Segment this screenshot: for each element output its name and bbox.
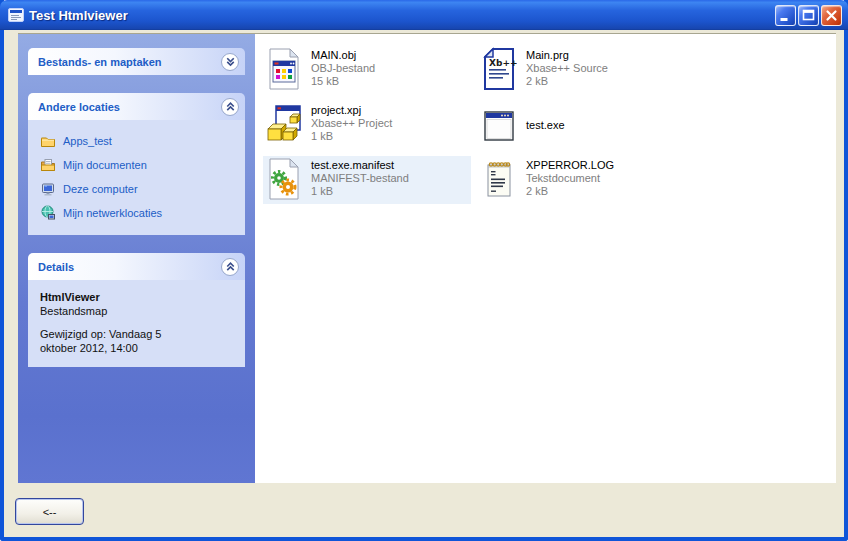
file-size: 2 kB [526, 75, 608, 88]
minimize-button[interactable] [775, 5, 796, 26]
window-title: Test Htmlviewer [29, 8, 775, 23]
main-area: Bestands- en maptaken Andere locaties [18, 33, 836, 483]
folder-icon [40, 133, 56, 149]
file-name: XPPERROR.LOG [526, 159, 614, 172]
file-info: test.exe [526, 119, 565, 132]
svg-text:Xb++: Xb++ [489, 58, 517, 68]
manifest-file-icon [266, 157, 302, 201]
file-type: MANIFEST-bestand [311, 172, 409, 185]
expand-panel-button[interactable] [221, 53, 239, 71]
file-type: Xbase++ Source [526, 62, 608, 75]
file-info: Main.prg Xbase++ Source 2 kB [526, 47, 608, 88]
panel-title: Bestands- en maptaken [38, 56, 161, 68]
file-list: MAIN.obj OBJ-bestand 15 kB Xb++ [255, 34, 836, 483]
xbase-source-file-icon: Xb++ [481, 47, 517, 91]
sidebar-item-my-computer[interactable]: Deze computer [40, 177, 239, 201]
chevron-double-up-icon [224, 100, 237, 113]
window-form-icon [8, 7, 24, 23]
sidebar-item-label: Mijn netwerklocaties [63, 207, 162, 219]
obj-file-icon [266, 47, 302, 91]
file-info: test.exe.manifest MANIFEST-bestand 1 kB [311, 157, 409, 198]
panel-header-details[interactable]: Details [28, 253, 245, 280]
panel-title: Details [38, 261, 74, 273]
file-size: 15 kB [311, 75, 375, 88]
file-info: MAIN.obj OBJ-bestand 15 kB [311, 47, 375, 88]
sidebar-item-label: Deze computer [63, 183, 138, 195]
text-log-file-icon [481, 157, 517, 201]
details-folder-type: Bestandsmap [40, 304, 237, 318]
file-tile-xpperror-log[interactable]: XPPERROR.LOG Tekstdocument 2 kB [478, 156, 686, 204]
sidebar-item-my-documents[interactable]: Mijn documenten [40, 153, 239, 177]
file-type: Tekstdocument [526, 172, 614, 185]
close-button[interactable] [821, 5, 842, 26]
file-tile-test-exe-manifest[interactable]: test.exe.manifest MANIFEST-bestand 1 kB [263, 156, 471, 204]
my-computer-icon [40, 181, 56, 197]
my-documents-icon [40, 157, 56, 173]
file-size: 1 kB [311, 185, 409, 198]
other-places-list: Apps_test Mijn documenten [28, 120, 245, 235]
chevron-double-up-icon [224, 260, 237, 273]
file-tile-test-exe[interactable]: test.exe [478, 101, 686, 149]
sidebar-item-label: Mijn documenten [63, 159, 147, 171]
file-name: test.exe [526, 119, 565, 132]
file-name: test.exe.manifest [311, 159, 409, 172]
task-pane: Bestands- en maptaken Andere locaties [18, 34, 255, 483]
app-window: Test Htmlviewer [0, 0, 848, 541]
panel-file-tasks: Bestands- en maptaken [28, 48, 245, 75]
close-icon [823, 7, 840, 24]
window-body: Bestands- en maptaken Andere locaties [4, 30, 844, 537]
back-button[interactable]: <-- [15, 498, 84, 525]
panel-header-file-tasks[interactable]: Bestands- en maptaken [28, 48, 245, 75]
sidebar-item-network-places[interactable]: Mijn netwerklocaties [40, 201, 239, 225]
panel-header-other-places[interactable]: Andere locaties [28, 93, 245, 120]
panel-other-places: Andere locaties [28, 93, 245, 235]
file-size: 2 kB [526, 185, 614, 198]
chevron-double-down-icon [224, 55, 237, 68]
window-controls [775, 5, 842, 26]
application-exe-icon [481, 103, 517, 147]
maximize-icon [800, 7, 817, 24]
collapse-panel-button[interactable] [221, 258, 239, 276]
file-info: XPPERROR.LOG Tekstdocument 2 kB [526, 157, 614, 198]
details-folder-name: HtmlViewer [40, 290, 237, 304]
file-tile-main-obj[interactable]: MAIN.obj OBJ-bestand 15 kB [263, 46, 471, 94]
xbase-project-file-icon [266, 102, 302, 146]
details-modified-date: Gewijzigd op: Vandaag 5 oktober 2012, 14… [40, 327, 200, 355]
file-name: MAIN.obj [311, 49, 375, 62]
file-tile-project-xpj[interactable]: project.xpj Xbase++ Project 1 kB [263, 101, 471, 149]
sidebar-item-apps-test[interactable]: Apps_test [40, 129, 239, 153]
file-info: project.xpj Xbase++ Project 1 kB [311, 102, 392, 143]
file-tile-main-prg[interactable]: Xb++ Main.prg Xbase++ Source 2 kB [478, 46, 686, 94]
file-name: project.xpj [311, 104, 392, 117]
maximize-button[interactable] [798, 5, 819, 26]
collapse-panel-button[interactable] [221, 98, 239, 116]
minimize-icon [777, 7, 794, 24]
title-bar[interactable]: Test Htmlviewer [0, 0, 848, 30]
panel-title: Andere locaties [38, 101, 120, 113]
network-places-icon [40, 205, 56, 221]
file-size: 1 kB [311, 130, 392, 143]
file-name: Main.prg [526, 49, 608, 62]
file-type: Xbase++ Project [311, 117, 392, 130]
panel-details: Details HtmlViewer Bestandsmap Gewijzigd… [28, 253, 245, 367]
sidebar-item-label: Apps_test [63, 135, 112, 147]
details-content: HtmlViewer Bestandsmap Gewijzigd op: Van… [28, 280, 245, 367]
file-type: OBJ-bestand [311, 62, 375, 75]
